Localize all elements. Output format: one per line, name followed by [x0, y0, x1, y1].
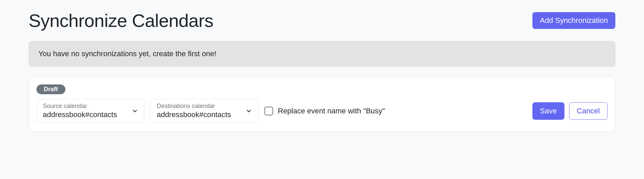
- replace-event-checkbox-group: Replace event name with "Busy": [264, 107, 526, 115]
- add-synchronization-button[interactable]: Add Synchronization: [532, 12, 615, 29]
- chevron-down-icon: [131, 107, 139, 115]
- destination-calendar-value: addressbook#contacts: [157, 110, 241, 119]
- action-buttons: Save Cancel: [532, 102, 608, 120]
- chevron-down-icon: [245, 107, 253, 115]
- replace-event-checkbox[interactable]: [264, 107, 273, 115]
- header-row: Synchronize Calendars Add Synchronizatio…: [29, 10, 615, 31]
- status-badge: Draft: [36, 84, 65, 94]
- cancel-button[interactable]: Cancel: [569, 102, 608, 120]
- destination-calendar-label: Destinations calendar: [157, 103, 241, 110]
- destination-calendar-select[interactable]: Destinations calendar addressbook#contac…: [150, 99, 258, 123]
- source-calendar-label: Source calendar: [43, 103, 127, 110]
- source-calendar-select[interactable]: Source calendar addressbook#contacts: [36, 99, 144, 123]
- save-button[interactable]: Save: [532, 102, 564, 120]
- replace-event-label: Replace event name with "Busy": [278, 107, 385, 115]
- alert-message: You have no synchronizations yet, create…: [38, 49, 216, 58]
- page-title: Synchronize Calendars: [29, 10, 213, 31]
- source-calendar-value: addressbook#contacts: [43, 110, 127, 119]
- empty-state-alert: You have no synchronizations yet, create…: [29, 41, 615, 67]
- draft-sync-card: Draft Source calendar addressbook#contac…: [29, 77, 615, 132]
- form-row: Source calendar addressbook#contacts Des…: [36, 99, 608, 123]
